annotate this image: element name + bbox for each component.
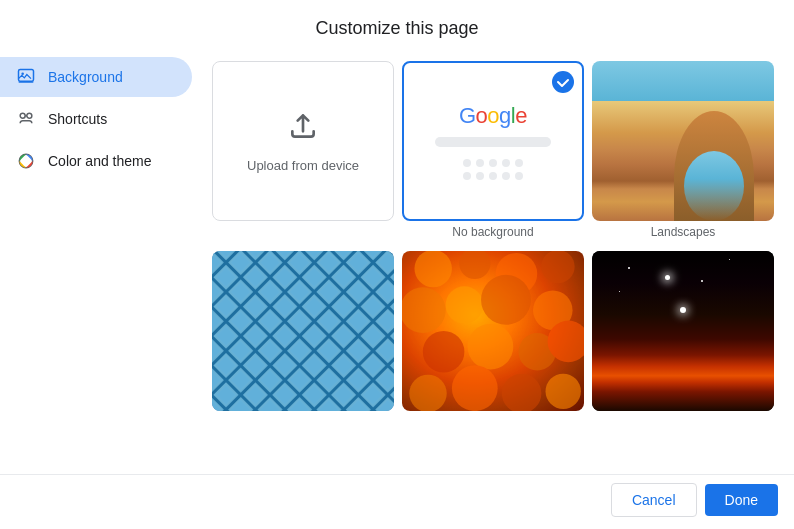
space-label xyxy=(592,415,774,419)
thumbnail-item-architecture xyxy=(212,251,394,419)
selected-check-badge xyxy=(552,71,574,93)
upload-card[interactable]: Upload from device xyxy=(212,61,394,221)
dot xyxy=(502,172,510,180)
dot xyxy=(515,172,523,180)
svg-point-17 xyxy=(446,286,483,323)
sidebar-item-color-theme[interactable]: Color and theme xyxy=(0,141,192,181)
thumbnail-item: Upload from device xyxy=(212,61,394,243)
upload-text: Upload from device xyxy=(247,158,359,173)
sidebar-color-theme-label: Color and theme xyxy=(48,153,152,169)
svg-point-25 xyxy=(452,365,498,411)
nature-photo[interactable] xyxy=(402,251,584,411)
svg-point-4 xyxy=(27,113,32,118)
background-icon xyxy=(16,67,36,87)
dialog-footer: Cancel Done xyxy=(0,474,794,529)
google-logo-preview: Google xyxy=(459,103,527,129)
thumbnail-item-nature xyxy=(402,251,584,419)
svg-point-7 xyxy=(24,159,29,164)
dots-grid xyxy=(463,159,523,180)
done-button[interactable]: Done xyxy=(705,484,778,516)
nature-label xyxy=(402,415,584,419)
svg-point-26 xyxy=(502,374,542,411)
sidebar: Background Shortcuts xyxy=(0,49,200,474)
svg-point-15 xyxy=(541,251,574,283)
svg-rect-1 xyxy=(19,81,34,83)
svg-point-20 xyxy=(423,331,465,373)
dot xyxy=(476,159,484,167)
dialog-header: Customize this page xyxy=(0,0,794,49)
svg-point-27 xyxy=(546,374,581,409)
no-bg-preview: Google xyxy=(404,87,582,196)
sidebar-background-label: Background xyxy=(48,69,123,85)
sidebar-shortcuts-label: Shortcuts xyxy=(48,111,107,127)
svg-point-24 xyxy=(409,375,446,411)
sidebar-item-background[interactable]: Background xyxy=(0,57,192,97)
sidebar-item-shortcuts[interactable]: Shortcuts xyxy=(0,99,192,139)
svg-rect-11 xyxy=(212,251,394,411)
svg-point-21 xyxy=(468,324,514,370)
thumbnails-grid: Upload from device Google xyxy=(208,57,778,423)
dot xyxy=(476,172,484,180)
svg-point-16 xyxy=(402,287,446,333)
svg-point-3 xyxy=(20,113,25,118)
dialog-title: Customize this page xyxy=(24,18,770,39)
space-photo[interactable] xyxy=(592,251,774,411)
svg-point-12 xyxy=(414,251,451,287)
dot xyxy=(502,159,510,167)
svg-point-18 xyxy=(481,275,531,325)
shortcuts-icon xyxy=(16,109,36,129)
dialog-body: Background Shortcuts xyxy=(0,49,794,474)
no-background-label: No background xyxy=(402,225,584,243)
dot xyxy=(489,159,497,167)
thumbnail-item-space xyxy=(592,251,774,419)
color-theme-icon xyxy=(16,151,36,171)
dot xyxy=(489,172,497,180)
dot xyxy=(463,172,471,180)
landscapes-label: Landscapes xyxy=(592,225,774,243)
thumbnail-item-landscapes: Landscapes xyxy=(592,61,774,243)
architecture-label xyxy=(212,415,394,419)
architecture-photo[interactable] xyxy=(212,251,394,411)
landscape-photo[interactable] xyxy=(592,61,774,221)
svg-point-13 xyxy=(459,251,490,279)
upload-icon xyxy=(287,110,319,146)
dot xyxy=(463,159,471,167)
thumbnail-item-no-background: Google xyxy=(402,61,584,243)
no-background-card[interactable]: Google xyxy=(402,61,584,221)
main-content: Upload from device Google xyxy=(200,49,794,474)
search-bar-mock xyxy=(435,137,552,147)
cancel-button[interactable]: Cancel xyxy=(611,483,697,517)
dot xyxy=(515,159,523,167)
customize-dialog: Customize this page Background xyxy=(0,0,794,529)
